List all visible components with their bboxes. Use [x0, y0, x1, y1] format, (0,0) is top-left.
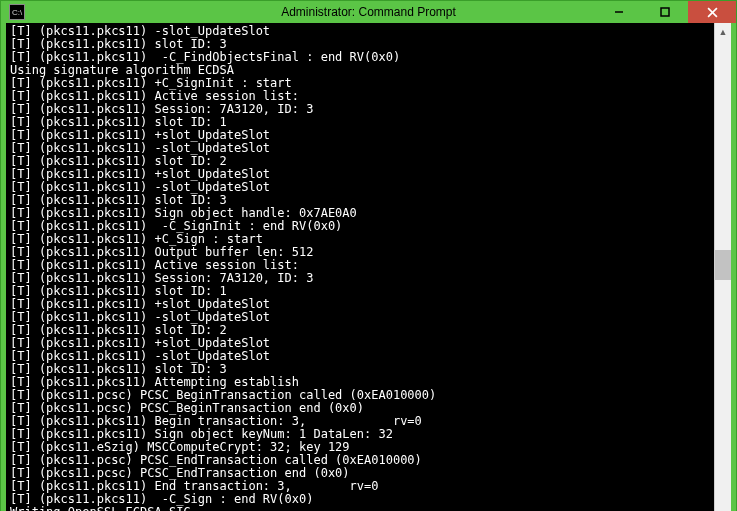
scroll-track[interactable] — [715, 40, 731, 511]
close-button[interactable] — [688, 1, 736, 23]
scroll-up-arrow-icon[interactable]: ▲ — [715, 23, 731, 40]
terminal-container: [T] (pkcs11.pkcs11) -slot_UpdateSlot [T]… — [1, 23, 736, 511]
app-icon: C:\ — [9, 4, 25, 20]
terminal-output[interactable]: [T] (pkcs11.pkcs11) -slot_UpdateSlot [T]… — [6, 23, 714, 511]
svg-rect-1 — [661, 8, 669, 16]
window-controls — [596, 1, 736, 23]
command-prompt-window: C:\ Administrator: Command Prompt [T] (p… — [0, 0, 737, 511]
maximize-button[interactable] — [642, 1, 688, 23]
scrollbar[interactable]: ▲ ▼ — [714, 23, 731, 511]
minimize-button[interactable] — [596, 1, 642, 23]
scroll-thumb[interactable] — [715, 250, 731, 280]
titlebar[interactable]: C:\ Administrator: Command Prompt — [1, 1, 736, 23]
